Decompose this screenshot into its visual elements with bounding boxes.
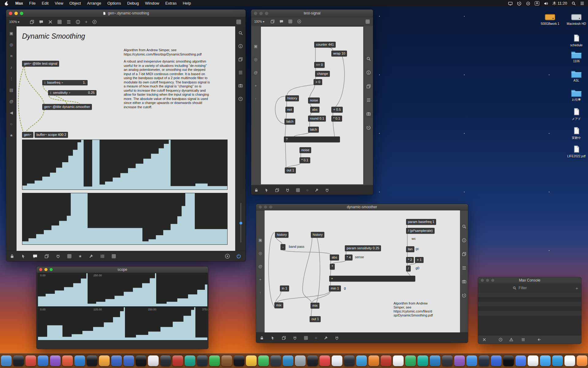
add-filter-button[interactable]: + bbox=[575, 286, 578, 291]
desktop-icon-asl[interactable]: ASL bbox=[565, 68, 588, 82]
grid-icon[interactable] bbox=[67, 254, 72, 259]
input-source-icon[interactable]: A bbox=[535, 1, 539, 6]
patch-object[interactable]: history bbox=[311, 232, 324, 238]
zoom-window-button[interactable] bbox=[20, 12, 23, 15]
desktop-icon-life2022.pdf[interactable]: LIFE2022.pdf bbox=[565, 144, 588, 158]
spotlight-icon[interactable] bbox=[571, 1, 576, 6]
patch-object[interactable]: gen~ @title dynamic-smoother bbox=[42, 104, 92, 110]
snapshot-icon[interactable] bbox=[364, 112, 373, 116]
patch-object[interactable]: param sensitivity 0.25 bbox=[345, 245, 381, 251]
keyboard-icon[interactable] bbox=[111, 254, 116, 259]
patch-object[interactable]: round 0.1 bbox=[308, 116, 326, 121]
grid-icon[interactable] bbox=[304, 336, 308, 340]
dock-app-3[interactable] bbox=[25, 355, 36, 366]
dock-app-17[interactable] bbox=[197, 355, 208, 366]
dock-app-8[interactable] bbox=[87, 355, 97, 366]
audio-icon[interactable]: ◎ bbox=[6, 43, 17, 47]
connect-icon[interactable] bbox=[335, 336, 339, 340]
lock-icon[interactable] bbox=[254, 188, 258, 192]
back-icon[interactable] bbox=[537, 338, 541, 342]
dock-app-26[interactable] bbox=[307, 355, 318, 366]
object-palette-icon[interactable]: ▣ bbox=[251, 44, 260, 48]
dock-app-14[interactable] bbox=[160, 355, 171, 366]
patch-object[interactable]: change bbox=[315, 71, 330, 77]
errors-icon[interactable] bbox=[509, 338, 513, 342]
menu-item-options[interactable]: Options bbox=[104, 0, 124, 7]
patch-object[interactable]: not bbox=[285, 107, 294, 113]
attrui-stepper-icon[interactable]: ▲▼ bbox=[50, 91, 51, 94]
dock-app-44[interactable] bbox=[528, 355, 538, 366]
menu-item-view[interactable]: View bbox=[52, 0, 66, 7]
screen-mirroring-icon[interactable] bbox=[508, 1, 513, 6]
attachment-icon[interactable]: @ bbox=[256, 264, 265, 268]
titlebar[interactable]: Max Console bbox=[478, 277, 581, 284]
dock-app-11[interactable] bbox=[123, 355, 134, 366]
close-button[interactable] bbox=[254, 12, 257, 15]
patch-object[interactable]: tan bbox=[406, 246, 414, 252]
attrui-value[interactable]: 1. bbox=[83, 81, 86, 85]
dock-app-30[interactable] bbox=[356, 355, 367, 366]
patch-object[interactable]: mix bbox=[274, 302, 283, 308]
events-icon[interactable]: ○ bbox=[306, 188, 308, 192]
patch-object[interactable]: + 1 bbox=[415, 257, 424, 263]
patch-object[interactable]: counter 441 bbox=[314, 42, 336, 48]
patcher-views-icon[interactable] bbox=[364, 84, 373, 89]
events-icon[interactable]: ○ bbox=[315, 336, 317, 340]
speaker-icon[interactable]: ◀ bbox=[6, 111, 17, 115]
patch-object[interactable]: ? bbox=[284, 136, 340, 142]
grid-toggle-icon[interactable] bbox=[236, 19, 241, 25]
add-icon[interactable]: + bbox=[251, 84, 260, 88]
interface-icon[interactable]: ⋮ bbox=[6, 77, 17, 81]
export-icon[interactable]: ↑ bbox=[251, 97, 260, 101]
events-icon[interactable]: ★ bbox=[78, 254, 82, 259]
patch-object[interactable]: noise bbox=[308, 98, 320, 103]
patcher-views-icon[interactable] bbox=[235, 57, 246, 62]
patcher-windows-icon[interactable] bbox=[44, 254, 49, 259]
object-palette-icon[interactable]: ▣ bbox=[256, 238, 265, 242]
encapsulate-icon[interactable] bbox=[57, 20, 62, 24]
patch-object[interactable]: noise bbox=[300, 147, 311, 153]
desktop-icon-1106[interactable]: 1106 bbox=[565, 48, 588, 63]
menu-item-debug[interactable]: Debug bbox=[124, 0, 142, 7]
dock-app-41[interactable] bbox=[491, 355, 502, 366]
patch-object[interactable]: param basefreq 1 bbox=[406, 219, 436, 225]
minimize-button[interactable] bbox=[264, 205, 267, 209]
minimize-button[interactable] bbox=[259, 12, 263, 15]
help-icon[interactable] bbox=[76, 20, 80, 24]
dock-app-18[interactable] bbox=[209, 355, 220, 366]
close-button[interactable] bbox=[39, 268, 42, 271]
patch-object[interactable]: + 0.5 bbox=[331, 107, 343, 113]
dock-app-6[interactable] bbox=[62, 355, 73, 366]
audio-icon[interactable]: ◎ bbox=[251, 57, 260, 61]
filter-input[interactable] bbox=[518, 286, 547, 290]
patch-object[interactable]: abs bbox=[330, 255, 339, 260]
attrui-value[interactable]: 0.25 bbox=[88, 91, 95, 95]
dock-app-45[interactable] bbox=[540, 355, 551, 366]
favorites-icon[interactable]: ★ bbox=[6, 133, 17, 137]
inspector-icon[interactable] bbox=[89, 254, 93, 259]
dock-app-43[interactable] bbox=[515, 355, 526, 366]
dock-app-40[interactable] bbox=[479, 355, 489, 366]
dock-app-33[interactable] bbox=[393, 355, 404, 366]
browse-icon[interactable] bbox=[297, 19, 301, 24]
run-icon[interactable] bbox=[225, 254, 230, 259]
patcher-canvas[interactable] bbox=[261, 27, 363, 184]
list-icon[interactable] bbox=[460, 266, 468, 270]
window-test-signal[interactable]: test-signal 100% ▾ ▣◎@+↑ bbox=[251, 10, 373, 195]
patch-object[interactable]: / bbox=[406, 266, 411, 271]
dock-app-34[interactable] bbox=[405, 355, 416, 366]
dock-app-20[interactable] bbox=[234, 355, 244, 366]
window-gen-dynamic-smoothing[interactable]: gen~.dynamic-smoothing 100% ▾ + ▣◎≡♪⋮▤@◀… bbox=[6, 10, 246, 261]
zoom-window-button[interactable] bbox=[265, 12, 268, 15]
grid-icon[interactable] bbox=[296, 188, 300, 192]
dock-app-36[interactable] bbox=[430, 355, 440, 366]
menu-item-max[interactable]: Max bbox=[12, 0, 26, 7]
apple-menu[interactable] bbox=[0, 1, 12, 6]
dock-app-24[interactable] bbox=[283, 355, 293, 366]
audio-status-icon[interactable] bbox=[285, 188, 290, 192]
audio-status-icon[interactable] bbox=[56, 254, 60, 259]
patch-object[interactable]: / (pi*samplerate) bbox=[406, 228, 435, 234]
snapshot-icon[interactable] bbox=[235, 83, 246, 88]
titlebar[interactable]: gen~.dynamic-smoothing bbox=[6, 10, 246, 17]
zoom-control[interactable]: 100% ▾ bbox=[251, 20, 267, 23]
